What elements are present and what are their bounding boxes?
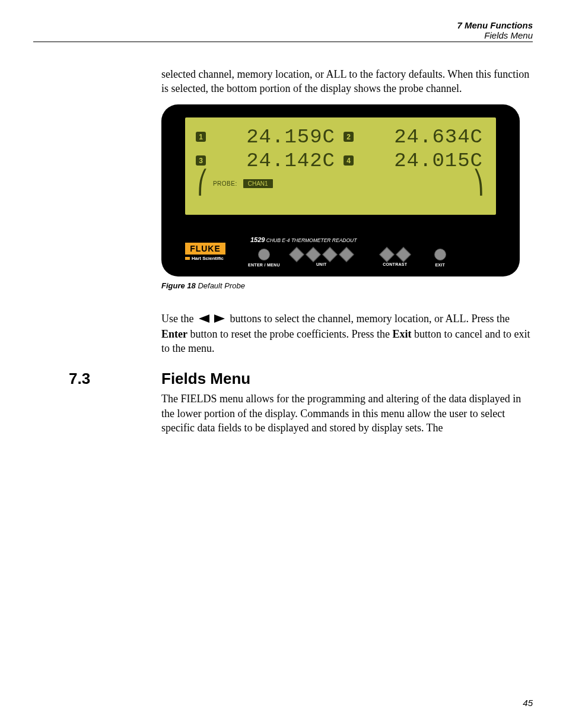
diamond-button-icon[interactable] bbox=[396, 247, 411, 262]
figure-title: Default Probe bbox=[196, 281, 245, 290]
contrast-button-group: CONTRAST bbox=[377, 249, 413, 266]
paragraph-usage: Use the buttons to select the channel, m… bbox=[161, 311, 533, 356]
diamond-button-icon[interactable] bbox=[289, 247, 304, 262]
unit-label: UNIT bbox=[316, 262, 327, 266]
reading-1: 24.159C bbox=[216, 126, 338, 148]
section-title: Fields Menu bbox=[161, 370, 250, 388]
svg-marker-1 bbox=[214, 314, 225, 323]
channel-badge-3: 3 bbox=[196, 155, 206, 166]
probe-label: PROBE: bbox=[213, 180, 237, 187]
diamond-button-icon[interactable] bbox=[322, 247, 337, 262]
figure-caption: Figure 18 Default Probe bbox=[161, 281, 533, 290]
exit-bold: Exit bbox=[393, 328, 412, 340]
page-number: 45 bbox=[523, 698, 533, 708]
unit-button-group: UNIT bbox=[287, 249, 356, 266]
device-illustration: 1 24.159C 2 24.634C 3 24.142C 4 24.015C … bbox=[161, 104, 520, 276]
right-bracket-icon: ⎞ bbox=[472, 178, 485, 189]
reading-2: 24.634C bbox=[364, 126, 485, 148]
header-section: Fields Menu bbox=[33, 30, 533, 40]
exit-button[interactable]: EXIT bbox=[434, 249, 446, 267]
channel-badge-4: 4 bbox=[344, 155, 354, 166]
paragraph-fields-intro: The FIELDS menu allows for the programmi… bbox=[161, 392, 533, 435]
page-header: 7 Menu Functions Fields Menu bbox=[33, 20, 533, 42]
round-button-icon bbox=[434, 249, 446, 260]
enter-label: ENTER / MENU bbox=[248, 263, 280, 267]
hart-scientific-label: Hart Scientific bbox=[185, 256, 239, 261]
model-line: 1529 CHUB E-4 THERMOMETER READOUT bbox=[250, 236, 357, 243]
paragraph-intro: selected channel, memory location, or AL… bbox=[161, 67, 533, 96]
enter-bold: Enter bbox=[161, 328, 187, 340]
device-bottom-panel: FLUKE Hart Scientific 1529 CHUB E-4 THER… bbox=[185, 236, 496, 268]
section-number: 7.3 bbox=[33, 370, 161, 388]
reading-4: 24.015C bbox=[364, 150, 485, 172]
diamond-button-icon[interactable] bbox=[379, 247, 394, 262]
reading-3: 24.142C bbox=[216, 150, 338, 172]
probe-value: CHAN1 bbox=[243, 179, 273, 188]
device-screen: 1 24.159C 2 24.634C 3 24.142C 4 24.015C … bbox=[185, 117, 496, 215]
round-button-icon bbox=[258, 249, 270, 260]
header-chapter: 7 Menu Functions bbox=[33, 20, 533, 30]
contrast-label: CONTRAST bbox=[383, 262, 407, 266]
channel-badge-1: 1 bbox=[196, 132, 206, 142]
figure-18: 1 24.159C 2 24.634C 3 24.142C 4 24.015C … bbox=[161, 104, 533, 276]
enter-menu-button[interactable]: ENTER / MENU bbox=[248, 249, 280, 267]
channel-badge-2: 2 bbox=[344, 132, 354, 142]
diamond-button-icon[interactable] bbox=[306, 247, 320, 262]
left-right-arrow-icon bbox=[199, 312, 225, 326]
model-text: CHUB E-4 THERMOMETER READOUT bbox=[265, 237, 357, 243]
button-row: ENTER / MENU UNIT bbox=[244, 249, 450, 267]
readings-grid: 1 24.159C 2 24.634C 3 24.142C 4 24.015C bbox=[196, 126, 485, 172]
svg-marker-0 bbox=[199, 314, 209, 323]
exit-label: EXIT bbox=[435, 263, 445, 267]
fluke-logo: FLUKE bbox=[185, 243, 225, 255]
left-bracket-icon: ⎛ bbox=[196, 178, 209, 189]
model-number: 1529 bbox=[250, 236, 265, 243]
brand-block: FLUKE Hart Scientific bbox=[185, 243, 239, 261]
diamond-button-icon[interactable] bbox=[339, 247, 354, 262]
figure-number: Figure 18 bbox=[161, 281, 196, 290]
probe-row: ⎛ PROBE: CHAN1 ⎞ bbox=[196, 178, 485, 189]
section-heading-row: 7.3 Fields Menu bbox=[33, 370, 533, 388]
